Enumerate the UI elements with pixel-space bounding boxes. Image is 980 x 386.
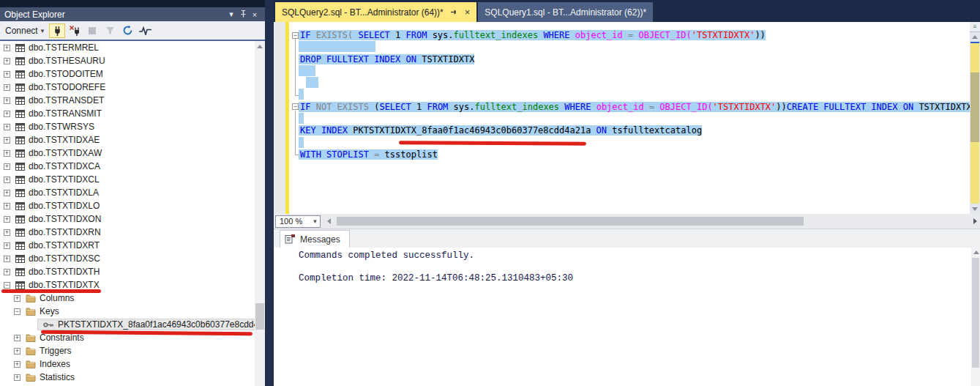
scrollbar-thumb[interactable]	[970, 73, 979, 142]
activity-monitor-icon[interactable]	[137, 23, 153, 38]
code-line[interactable]: WITH STOPLIST = tsstoplist	[299, 149, 970, 160]
pin-icon[interactable]	[450, 8, 458, 16]
object-explorer-scrollbar[interactable]	[255, 41, 265, 386]
tree-item[interactable]: PKTSTXTIDXTX_8faa0f1ac46943c0b60377e8cdd…	[0, 318, 255, 331]
window-position-chevron-icon[interactable]: ▾	[225, 10, 237, 19]
zoom-level-combobox[interactable]: 100 % ▼	[275, 215, 321, 228]
messages-output[interactable]: Commands completed successfully. Complet…	[274, 248, 971, 386]
tree-item[interactable]: +dbo.TSTXTIDXSC	[0, 252, 255, 265]
scrollbar-thumb[interactable]	[255, 303, 264, 330]
expander-icon[interactable]: +	[4, 84, 10, 91]
expander-icon[interactable]: +	[4, 45, 10, 51]
tree-item[interactable]: +dbo.TSTRANSMIT	[0, 107, 255, 120]
connect-icon[interactable]	[49, 23, 65, 38]
tree-item[interactable]: +dbo.TSTHESAURU	[0, 54, 255, 67]
chevron-down-icon[interactable]: ▼	[310, 216, 320, 227]
expander-icon[interactable]: +	[14, 295, 20, 302]
tree-item[interactable]: +Statistics	[0, 371, 255, 384]
code-line[interactable]: IF EXISTS( SELECT 1 FROM sys.fulltext_in…	[299, 29, 970, 41]
scroll-up-icon[interactable]	[973, 250, 979, 254]
scroll-left-icon[interactable]	[327, 218, 331, 224]
document-tab[interactable]: SQLQuery1.sql - BT...Administrator (62))…	[478, 2, 653, 22]
code-line[interactable]: KEY INDEX PKTSTXTIDXTX_8faa0f1ac46943c0b…	[299, 125, 970, 136]
expander-icon[interactable]: +	[14, 361, 20, 368]
tree-item-label: dbo.TSTXTIDXAW	[29, 148, 102, 158]
change-map-track[interactable]	[970, 43, 979, 204]
scrollbar-options-icon[interactable]: ≡	[970, 22, 980, 32]
tree-item[interactable]: +dbo.TSTXTIDXAE	[0, 133, 255, 146]
code-line[interactable]: IF NOT EXISTS (SELECT 1 FROM sys.fulltex…	[299, 101, 970, 113]
code-line[interactable]	[299, 113, 970, 125]
expander-icon[interactable]: +	[4, 124, 10, 130]
expander-icon[interactable]: +	[4, 177, 10, 183]
expander-icon[interactable]: −	[4, 282, 10, 289]
expander-icon[interactable]: +	[4, 229, 10, 236]
scroll-up-icon[interactable]	[257, 45, 263, 48]
tree-item[interactable]: +dbo.TSTRANSDET	[0, 94, 255, 107]
expander-icon[interactable]: +	[4, 137, 10, 144]
window-chrome-strip	[0, 0, 265, 7]
panel-divider[interactable]	[265, 0, 274, 386]
tree-item[interactable]: +dbo.TSTODOREFE	[0, 81, 255, 94]
expander-icon[interactable]: −	[14, 308, 20, 315]
disconnect-icon[interactable]	[67, 23, 83, 38]
expander-icon[interactable]: +	[14, 348, 20, 355]
tree-item[interactable]: +dbo.TSTXTIDXCA	[0, 160, 255, 173]
expander-icon[interactable]: +	[14, 335, 20, 341]
expander-icon[interactable]: +	[4, 269, 10, 275]
table-icon	[15, 241, 25, 250]
tree-item[interactable]: +dbo.TSTXTIDXLA	[0, 186, 255, 199]
code-line[interactable]: DROP FULLTEXT INDEX ON TSTXTIDXTX	[299, 53, 970, 65]
stop-icon[interactable]	[84, 23, 100, 38]
expander-icon[interactable]: +	[4, 242, 10, 249]
close-icon[interactable]: ×	[465, 7, 471, 18]
scrollbar-thumb[interactable]	[972, 258, 979, 368]
expander-icon[interactable]: +	[14, 374, 20, 381]
pin-icon[interactable]	[237, 10, 249, 19]
scroll-down-icon[interactable]	[972, 207, 978, 211]
tree-item[interactable]: +dbo.TSTXTIDXRN	[0, 226, 255, 239]
expander-icon[interactable]: +	[4, 163, 10, 170]
scroll-up-icon[interactable]	[972, 35, 978, 39]
code-line[interactable]	[299, 89, 970, 100]
expander-icon[interactable]: +	[4, 216, 10, 223]
close-icon[interactable]: ×	[249, 10, 261, 19]
sql-editor[interactable]: −− IF EXISTS( SELECT 1 FROM sys.fulltext…	[274, 22, 980, 214]
expander-icon[interactable]: +	[4, 150, 10, 157]
code-line[interactable]	[299, 65, 970, 77]
tree-item[interactable]: +dbo.TSTXTIDXTH	[0, 265, 255, 278]
tree-item[interactable]: +dbo.TSTWRSYS	[0, 120, 255, 133]
scroll-right-icon[interactable]	[973, 218, 977, 224]
table-icon	[15, 109, 25, 119]
expander-icon[interactable]: +	[4, 203, 10, 209]
document-tab[interactable]: SQLQuery2.sql - BT...Administrator (64))…	[275, 2, 476, 22]
expander-icon[interactable]: +	[4, 58, 10, 64]
code-line[interactable]	[299, 41, 970, 53]
tree-item[interactable]: +dbo.TSTXTIDXON	[0, 212, 255, 226]
expander-icon[interactable]: +	[4, 97, 10, 104]
expander-icon[interactable]: +	[4, 256, 10, 262]
tab-label: Messages	[300, 234, 340, 245]
tree-item[interactable]: +dbo.TSTXTIDXAW	[0, 146, 255, 160]
code-line[interactable]	[299, 77, 970, 89]
tree-item[interactable]: +Columns	[0, 292, 255, 305]
expander-icon[interactable]: +	[4, 71, 10, 78]
tree-item[interactable]: −Keys	[0, 305, 255, 318]
tree-item[interactable]: +Triggers	[0, 344, 255, 357]
filter-icon[interactable]	[102, 23, 118, 38]
scrollbar-thumb[interactable]	[337, 217, 804, 226]
tree-item[interactable]: +dbo.TSTXTIDXLO	[0, 199, 255, 212]
expander-icon[interactable]: +	[4, 111, 10, 117]
connect-button[interactable]: Connect ▾	[4, 24, 48, 37]
editor-vertical-scrollbar[interactable]: ≡	[970, 22, 980, 214]
tree-item[interactable]: +dbo.TSTXTIDXCL	[0, 173, 255, 186]
tree-item[interactable]: +dbo.TSTODOITEM	[0, 67, 255, 81]
tree-item[interactable]: +dbo.TSTXTIDXRT	[0, 239, 255, 252]
code-area[interactable]: IF EXISTS( SELECT 1 FROM sys.fulltext_in…	[274, 22, 970, 214]
tree-item[interactable]: +Indexes	[0, 357, 255, 371]
messages-scrollbar[interactable]	[971, 248, 980, 386]
tab-messages[interactable]: Messages	[280, 230, 350, 248]
refresh-icon[interactable]	[119, 23, 135, 38]
tree-item[interactable]: +dbo.TSTERMREL	[0, 41, 255, 54]
expander-icon[interactable]: +	[4, 190, 10, 196]
